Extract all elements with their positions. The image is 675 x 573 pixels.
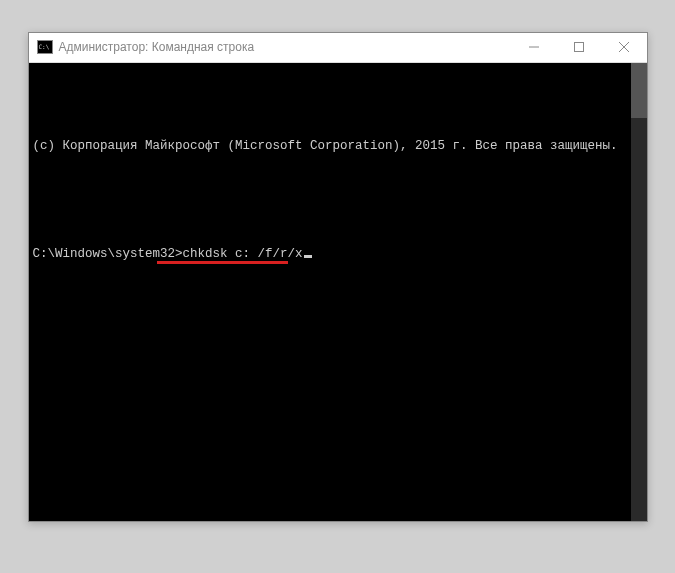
text-cursor bbox=[304, 255, 312, 258]
window-title: Администратор: Командная строка bbox=[59, 40, 255, 54]
copyright-text: (с) Корпорация Майкрософт (Microsoft Cor… bbox=[33, 137, 625, 155]
command-prompt-window: Администратор: Командная строка (с) Корп… bbox=[28, 32, 648, 522]
title-left: Администратор: Командная строка bbox=[37, 40, 255, 54]
console-area[interactable]: (с) Корпорация Майкрософт (Microsoft Cor… bbox=[29, 63, 647, 521]
window-controls bbox=[512, 33, 647, 62]
command-text: chkdsk c: /f/r/x bbox=[183, 247, 303, 261]
maximize-button[interactable] bbox=[557, 33, 602, 62]
prompt-text: C:\Windows\system32> bbox=[33, 247, 183, 261]
annotation-underline bbox=[157, 261, 288, 264]
svg-rect-1 bbox=[575, 43, 584, 52]
close-button[interactable] bbox=[602, 33, 647, 62]
titlebar[interactable]: Администратор: Командная строка bbox=[29, 33, 647, 63]
scrollbar[interactable] bbox=[631, 63, 647, 521]
cmd-icon bbox=[37, 40, 53, 54]
scrollbar-thumb[interactable] bbox=[631, 63, 647, 118]
prompt-line: C:\Windows\system32>chkdsk c: /f/r/x bbox=[33, 245, 625, 263]
minimize-button[interactable] bbox=[512, 33, 557, 62]
blank-line bbox=[33, 191, 625, 209]
console-content: (с) Корпорация Майкрософт (Microsoft Cor… bbox=[33, 101, 643, 299]
